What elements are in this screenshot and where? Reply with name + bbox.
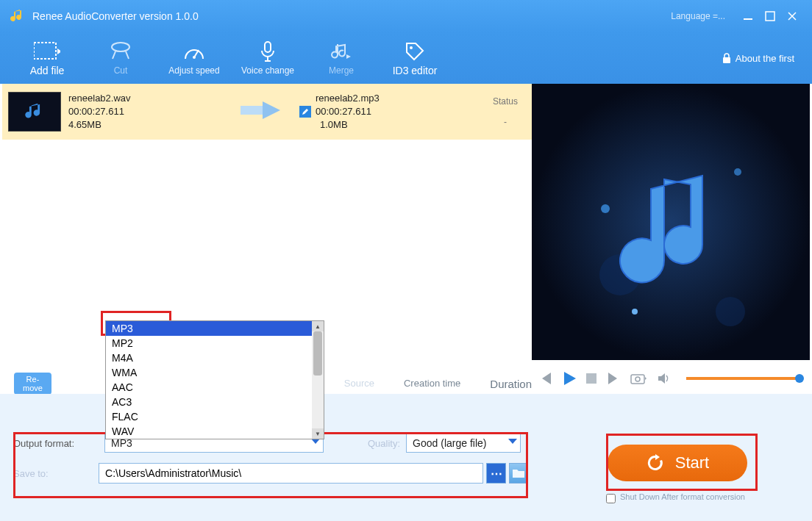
open-folder-button[interactable] (509, 463, 528, 484)
remove-button[interactable]: Re- move (14, 373, 51, 395)
shutdown-input[interactable] (606, 494, 616, 503)
svg-rect-16 (631, 375, 644, 384)
voice-change-button[interactable]: Voice change (231, 35, 304, 81)
id3-editor-label: ID3 editor (393, 65, 438, 76)
chevron-down-icon (508, 439, 517, 444)
svg-point-11 (716, 297, 745, 326)
col-creation: Creation time (404, 378, 460, 390)
svg-point-6 (410, 46, 413, 49)
target-info: reneelab2.mp3 00:00:27.611 1.0MB (316, 92, 426, 132)
svg-rect-15 (586, 373, 596, 384)
format-option-mp3[interactable]: MP3 (106, 321, 324, 336)
maximize-button[interactable] (759, 5, 781, 27)
volume-slider[interactable] (686, 377, 802, 380)
browse-button[interactable]: ⋯ (486, 463, 505, 484)
main-toolbar: Add file Cut Adjust speed Voice change M… (0, 32, 812, 84)
quality-label: Quality: (368, 438, 400, 449)
gauge-icon (182, 40, 206, 62)
snapshot-button[interactable] (630, 373, 647, 384)
source-size: 4.65MB (68, 118, 223, 132)
svg-rect-5 (265, 42, 271, 52)
format-option-wma[interactable]: WMA (106, 365, 324, 380)
scroll-down-icon[interactable]: ▼ (312, 428, 324, 439)
refresh-icon (646, 453, 665, 473)
target-size: 1.0MB (316, 118, 426, 132)
svg-point-3 (112, 43, 129, 51)
format-option-mp2[interactable]: MP2 (106, 336, 324, 351)
chevron-down-icon (311, 439, 320, 444)
prev-button[interactable] (539, 373, 552, 384)
edit-icon (299, 106, 311, 118)
col-duration: Duration (490, 378, 532, 390)
scroll-thumb[interactable] (313, 331, 322, 376)
source-duration: 00:00:27.611 (68, 105, 223, 118)
scroll-up-icon[interactable]: ▲ (312, 321, 324, 331)
cut-button[interactable]: Cut (84, 35, 157, 81)
output-settings: Output format: MP3 Quality: Good (large … (13, 434, 528, 514)
preview-pane (532, 84, 810, 360)
add-file-label: Add file (30, 65, 65, 76)
lock-icon (721, 52, 733, 64)
cut-label: Cut (114, 65, 128, 76)
format-dropdown-list[interactable]: MP3 MP2 M4A WMA AAC AC3 FLAC WAV ▲ ▼ (105, 320, 324, 439)
svg-rect-2 (34, 43, 56, 59)
tag-icon (404, 40, 426, 62)
target-name: reneelab2.mp3 (316, 92, 426, 105)
close-button[interactable] (781, 5, 803, 27)
adjust-speed-button[interactable]: Adjust speed (157, 35, 231, 81)
id3-editor-button[interactable]: ID3 editor (378, 35, 452, 81)
adjust-speed-label: Adjust speed (168, 65, 219, 76)
app-note-icon (9, 7, 26, 25)
save-to-label: Save to: (13, 468, 99, 479)
title-bar: Renee AudioConverter version 1.0.0 Langu… (0, 0, 812, 32)
merge-label: Merge (329, 65, 354, 76)
file-row[interactable]: reneelab2.wav 00:00:27.611 4.65MB reneel… (2, 84, 533, 140)
svg-point-17 (635, 377, 640, 381)
source-name: reneelab2.wav (68, 92, 223, 105)
next-button[interactable] (607, 373, 620, 384)
save-path-input[interactable]: C:\Users\Administrator\Music\ (99, 463, 483, 484)
film-icon (34, 40, 60, 62)
col-source: Source (344, 378, 374, 390)
cut-icon (110, 40, 132, 62)
merge-button[interactable]: Merge (304, 35, 378, 81)
about-link[interactable]: About the first (721, 52, 794, 64)
source-info: reneelab2.wav 00:00:27.611 4.65MB (68, 92, 223, 132)
format-option-flac[interactable]: FLAC (106, 409, 324, 424)
format-option-wav[interactable]: WAV (106, 424, 324, 439)
svg-rect-1 (766, 12, 774, 21)
shutdown-checkbox[interactable]: Shut Down After format conversion (606, 492, 746, 503)
minimize-button[interactable] (737, 5, 759, 27)
language-selector[interactable]: Language =... (671, 11, 725, 21)
stop-button[interactable] (586, 373, 596, 384)
play-button[interactable] (563, 372, 576, 385)
format-option-aac[interactable]: AAC (106, 380, 324, 395)
merge-icon (330, 40, 352, 62)
voice-change-label: Voice change (241, 65, 294, 76)
format-option-ac3[interactable]: AC3 (106, 395, 324, 409)
svg-point-13 (734, 168, 741, 176)
svg-rect-8 (241, 106, 263, 115)
quality-combo[interactable]: Good (large file) (406, 434, 521, 453)
file-thumbnail (8, 92, 61, 132)
svg-point-4 (193, 56, 196, 59)
output-format-label: Output format: (13, 438, 104, 449)
status-column: Status - (483, 96, 527, 127)
app-title: Renee AudioConverter version 1.0.0 (32, 10, 199, 22)
dropdown-scrollbar[interactable]: ▲ ▼ (312, 321, 324, 439)
svg-rect-0 (744, 18, 752, 20)
svg-point-12 (601, 204, 610, 213)
add-file-button[interactable]: Add file (10, 35, 84, 81)
music-visual-icon (532, 84, 810, 360)
format-option-m4a[interactable]: M4A (106, 351, 324, 365)
status-label: Status (483, 96, 527, 107)
start-button[interactable]: Start (608, 445, 747, 481)
folder-icon (512, 468, 525, 478)
svg-rect-9 (532, 84, 810, 360)
volume-icon[interactable] (657, 373, 670, 384)
svg-point-14 (632, 309, 638, 315)
arrow-icon (241, 100, 282, 123)
svg-rect-7 (723, 57, 730, 63)
target-duration: 00:00:27.611 (316, 105, 426, 118)
mic-icon (257, 40, 278, 62)
